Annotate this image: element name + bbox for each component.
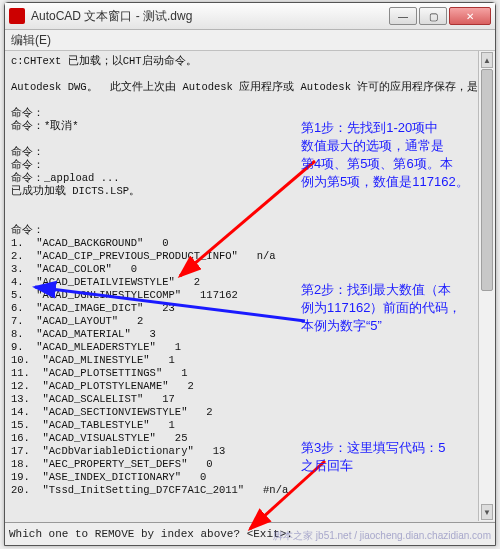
menu-edit[interactable]: 编辑(E) <box>11 32 51 49</box>
menubar: 编辑(E) <box>5 30 495 51</box>
command-input[interactable]: Which one to REMOVE by index above? <Exi… <box>5 522 495 545</box>
titlebar[interactable]: AutoCAD 文本窗口 - 测试.dwg — ▢ ✕ <box>5 3 495 30</box>
window-title: AutoCAD 文本窗口 - 测试.dwg <box>31 8 387 25</box>
vertical-scrollbar[interactable]: ▲ ▼ <box>478 51 495 521</box>
dictionary-list: 1. "ACAD_BACKGROUND" 0 2. "ACAD_CIP_PREV… <box>11 237 288 496</box>
console-area: c:CHText 已加载；以CHT启动命令。 Autodesk DWG。 此文件… <box>5 51 495 545</box>
close-button[interactable]: ✕ <box>449 7 491 25</box>
scroll-thumb[interactable] <box>481 69 493 291</box>
app-icon <box>9 8 25 24</box>
maximize-button[interactable]: ▢ <box>419 7 447 25</box>
scroll-up-icon[interactable]: ▲ <box>481 52 493 68</box>
console-output: c:CHText 已加载；以CHT启动命令。 Autodesk DWG。 此文件… <box>5 51 495 521</box>
scroll-down-icon[interactable]: ▼ <box>481 504 493 520</box>
autocad-text-window: AutoCAD 文本窗口 - 测试.dwg — ▢ ✕ 编辑(E) c:CHTe… <box>4 2 496 546</box>
minimize-button[interactable]: — <box>389 7 417 25</box>
input-prompt: Which one to REMOVE by index above? <Exi… <box>9 528 293 540</box>
